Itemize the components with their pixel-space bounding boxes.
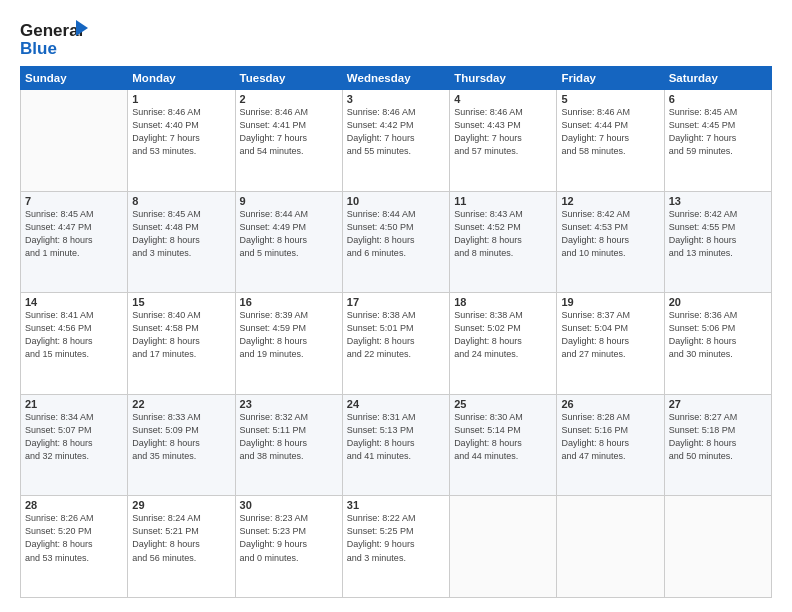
day-number: 31 [347, 499, 445, 511]
calendar-cell: 7Sunrise: 8:45 AM Sunset: 4:47 PM Daylig… [21, 191, 128, 293]
day-number: 4 [454, 93, 552, 105]
day-info: Sunrise: 8:38 AM Sunset: 5:02 PM Dayligh… [454, 309, 552, 361]
calendar-cell [557, 496, 664, 598]
calendar-cell: 6Sunrise: 8:45 AM Sunset: 4:45 PM Daylig… [664, 90, 771, 192]
day-info: Sunrise: 8:23 AM Sunset: 5:23 PM Dayligh… [240, 512, 338, 564]
day-number: 8 [132, 195, 230, 207]
col-header-monday: Monday [128, 67, 235, 90]
day-number: 15 [132, 296, 230, 308]
col-header-thursday: Thursday [450, 67, 557, 90]
day-info: Sunrise: 8:26 AM Sunset: 5:20 PM Dayligh… [25, 512, 123, 564]
calendar-cell: 30Sunrise: 8:23 AM Sunset: 5:23 PM Dayli… [235, 496, 342, 598]
calendar-cell: 27Sunrise: 8:27 AM Sunset: 5:18 PM Dayli… [664, 394, 771, 496]
calendar-cell: 26Sunrise: 8:28 AM Sunset: 5:16 PM Dayli… [557, 394, 664, 496]
day-info: Sunrise: 8:36 AM Sunset: 5:06 PM Dayligh… [669, 309, 767, 361]
calendar-cell: 8Sunrise: 8:45 AM Sunset: 4:48 PM Daylig… [128, 191, 235, 293]
day-info: Sunrise: 8:45 AM Sunset: 4:47 PM Dayligh… [25, 208, 123, 260]
day-info: Sunrise: 8:46 AM Sunset: 4:43 PM Dayligh… [454, 106, 552, 158]
header: GeneralBlue [20, 18, 772, 58]
day-number: 19 [561, 296, 659, 308]
day-number: 13 [669, 195, 767, 207]
day-number: 22 [132, 398, 230, 410]
calendar-table: SundayMondayTuesdayWednesdayThursdayFrid… [20, 66, 772, 598]
day-number: 18 [454, 296, 552, 308]
day-info: Sunrise: 8:31 AM Sunset: 5:13 PM Dayligh… [347, 411, 445, 463]
day-number: 10 [347, 195, 445, 207]
day-number: 25 [454, 398, 552, 410]
calendar-cell: 4Sunrise: 8:46 AM Sunset: 4:43 PM Daylig… [450, 90, 557, 192]
calendar-cell: 18Sunrise: 8:38 AM Sunset: 5:02 PM Dayli… [450, 293, 557, 395]
calendar-week-row: 1Sunrise: 8:46 AM Sunset: 4:40 PM Daylig… [21, 90, 772, 192]
day-number: 14 [25, 296, 123, 308]
day-number: 2 [240, 93, 338, 105]
calendar-cell: 2Sunrise: 8:46 AM Sunset: 4:41 PM Daylig… [235, 90, 342, 192]
calendar-cell: 24Sunrise: 8:31 AM Sunset: 5:13 PM Dayli… [342, 394, 449, 496]
col-header-tuesday: Tuesday [235, 67, 342, 90]
calendar-cell: 23Sunrise: 8:32 AM Sunset: 5:11 PM Dayli… [235, 394, 342, 496]
calendar-week-row: 28Sunrise: 8:26 AM Sunset: 5:20 PM Dayli… [21, 496, 772, 598]
day-info: Sunrise: 8:42 AM Sunset: 4:55 PM Dayligh… [669, 208, 767, 260]
calendar-cell: 15Sunrise: 8:40 AM Sunset: 4:58 PM Dayli… [128, 293, 235, 395]
calendar-cell: 3Sunrise: 8:46 AM Sunset: 4:42 PM Daylig… [342, 90, 449, 192]
calendar-cell [450, 496, 557, 598]
day-info: Sunrise: 8:46 AM Sunset: 4:44 PM Dayligh… [561, 106, 659, 158]
day-info: Sunrise: 8:37 AM Sunset: 5:04 PM Dayligh… [561, 309, 659, 361]
day-number: 1 [132, 93, 230, 105]
day-number: 11 [454, 195, 552, 207]
day-number: 12 [561, 195, 659, 207]
day-number: 17 [347, 296, 445, 308]
calendar-cell: 14Sunrise: 8:41 AM Sunset: 4:56 PM Dayli… [21, 293, 128, 395]
calendar-cell: 5Sunrise: 8:46 AM Sunset: 4:44 PM Daylig… [557, 90, 664, 192]
day-info: Sunrise: 8:38 AM Sunset: 5:01 PM Dayligh… [347, 309, 445, 361]
calendar-cell: 22Sunrise: 8:33 AM Sunset: 5:09 PM Dayli… [128, 394, 235, 496]
col-header-friday: Friday [557, 67, 664, 90]
calendar-cell [21, 90, 128, 192]
day-info: Sunrise: 8:46 AM Sunset: 4:41 PM Dayligh… [240, 106, 338, 158]
calendar-cell: 16Sunrise: 8:39 AM Sunset: 4:59 PM Dayli… [235, 293, 342, 395]
day-number: 23 [240, 398, 338, 410]
day-number: 20 [669, 296, 767, 308]
day-number: 5 [561, 93, 659, 105]
day-info: Sunrise: 8:43 AM Sunset: 4:52 PM Dayligh… [454, 208, 552, 260]
day-info: Sunrise: 8:39 AM Sunset: 4:59 PM Dayligh… [240, 309, 338, 361]
day-number: 24 [347, 398, 445, 410]
calendar-cell: 25Sunrise: 8:30 AM Sunset: 5:14 PM Dayli… [450, 394, 557, 496]
day-info: Sunrise: 8:33 AM Sunset: 5:09 PM Dayligh… [132, 411, 230, 463]
day-info: Sunrise: 8:44 AM Sunset: 4:50 PM Dayligh… [347, 208, 445, 260]
day-info: Sunrise: 8:41 AM Sunset: 4:56 PM Dayligh… [25, 309, 123, 361]
day-number: 21 [25, 398, 123, 410]
day-number: 26 [561, 398, 659, 410]
calendar-cell: 28Sunrise: 8:26 AM Sunset: 5:20 PM Dayli… [21, 496, 128, 598]
day-number: 6 [669, 93, 767, 105]
day-info: Sunrise: 8:46 AM Sunset: 4:40 PM Dayligh… [132, 106, 230, 158]
day-info: Sunrise: 8:46 AM Sunset: 4:42 PM Dayligh… [347, 106, 445, 158]
col-header-sunday: Sunday [21, 67, 128, 90]
day-info: Sunrise: 8:44 AM Sunset: 4:49 PM Dayligh… [240, 208, 338, 260]
day-info: Sunrise: 8:45 AM Sunset: 4:48 PM Dayligh… [132, 208, 230, 260]
col-header-saturday: Saturday [664, 67, 771, 90]
svg-text:General: General [20, 21, 83, 40]
day-info: Sunrise: 8:34 AM Sunset: 5:07 PM Dayligh… [25, 411, 123, 463]
col-header-wednesday: Wednesday [342, 67, 449, 90]
day-number: 7 [25, 195, 123, 207]
calendar-cell: 31Sunrise: 8:22 AM Sunset: 5:25 PM Dayli… [342, 496, 449, 598]
calendar-cell: 21Sunrise: 8:34 AM Sunset: 5:07 PM Dayli… [21, 394, 128, 496]
page: GeneralBlue SundayMondayTuesdayWednesday… [0, 0, 792, 612]
calendar-cell: 19Sunrise: 8:37 AM Sunset: 5:04 PM Dayli… [557, 293, 664, 395]
calendar-cell: 20Sunrise: 8:36 AM Sunset: 5:06 PM Dayli… [664, 293, 771, 395]
day-number: 16 [240, 296, 338, 308]
day-number: 3 [347, 93, 445, 105]
calendar-cell: 9Sunrise: 8:44 AM Sunset: 4:49 PM Daylig… [235, 191, 342, 293]
day-info: Sunrise: 8:28 AM Sunset: 5:16 PM Dayligh… [561, 411, 659, 463]
logo-svg: GeneralBlue [20, 18, 90, 58]
calendar-cell [664, 496, 771, 598]
calendar-cell: 1Sunrise: 8:46 AM Sunset: 4:40 PM Daylig… [128, 90, 235, 192]
calendar-week-row: 7Sunrise: 8:45 AM Sunset: 4:47 PM Daylig… [21, 191, 772, 293]
calendar-cell: 29Sunrise: 8:24 AM Sunset: 5:21 PM Dayli… [128, 496, 235, 598]
svg-text:Blue: Blue [20, 39, 57, 58]
calendar-cell: 12Sunrise: 8:42 AM Sunset: 4:53 PM Dayli… [557, 191, 664, 293]
logo: GeneralBlue [20, 18, 90, 58]
calendar-cell: 10Sunrise: 8:44 AM Sunset: 4:50 PM Dayli… [342, 191, 449, 293]
day-info: Sunrise: 8:30 AM Sunset: 5:14 PM Dayligh… [454, 411, 552, 463]
calendar-cell: 17Sunrise: 8:38 AM Sunset: 5:01 PM Dayli… [342, 293, 449, 395]
